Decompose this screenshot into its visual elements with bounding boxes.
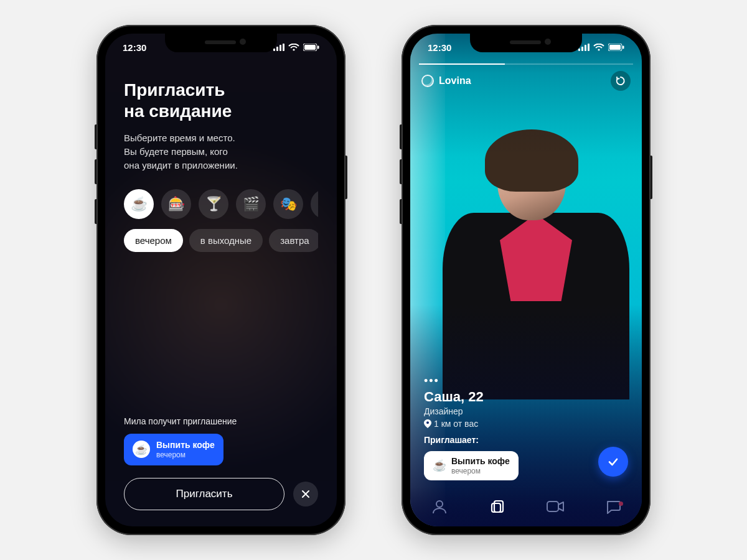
svg-rect-14 [609, 45, 621, 50]
activity-row[interactable]: ☕ 🎰 🍸 🎬 🎭 🎸 [124, 189, 318, 219]
screen-profile: 12:30 Lovina [410, 34, 642, 526]
invites-label: Приглашает: [424, 435, 628, 445]
svg-rect-7 [317, 46, 319, 49]
invite-button[interactable]: Пригласить [124, 478, 284, 510]
arcade-icon: 🎰 [168, 196, 185, 212]
wifi-icon [288, 44, 299, 51]
time-row[interactable]: вечером в выходные завтра [124, 229, 318, 252]
phone-profile: 12:30 Lovina [402, 25, 651, 535]
activity-chip-theatre[interactable]: 🎭 [273, 189, 303, 219]
time-chip-evening[interactable]: вечером [124, 229, 183, 252]
svg-rect-3 [283, 44, 284, 51]
activity-chip-coffee[interactable]: ☕ [124, 189, 154, 219]
profile-invite-title: Выпить кофе [451, 456, 510, 467]
preview-label: Мила получит приглашение [124, 416, 318, 426]
tab-chat[interactable] [594, 499, 632, 514]
invite-panel: Пригласить на свидание Выберите время и … [105, 34, 337, 526]
svg-point-16 [426, 421, 429, 424]
screen-invite: 12:30 Пригласить на свидание Выберите вр… [105, 34, 337, 526]
phone-invite: 12:30 Пригласить на свидание Выберите вр… [96, 25, 345, 535]
svg-rect-8 [578, 49, 580, 51]
tab-profile[interactable] [421, 498, 458, 515]
tab-cards[interactable] [479, 498, 516, 515]
chat-icon [605, 499, 621, 514]
svg-rect-6 [304, 45, 316, 50]
profile-info: ••• Саша, 22 Дизайнер 1 км от вас Пригла… [424, 375, 628, 480]
person-icon [431, 498, 448, 515]
invite-title: Пригласить на свидание [124, 80, 318, 121]
svg-rect-15 [622, 46, 624, 49]
preview-title: Выпить кофе [156, 440, 215, 450]
time-chip-tomorrow[interactable]: завтра [269, 229, 318, 252]
svg-rect-2 [280, 45, 281, 51]
svg-rect-10 [585, 45, 586, 51]
tab-video[interactable] [537, 500, 574, 513]
drinks-icon: 🍸 [205, 196, 222, 212]
svg-point-12 [598, 49, 599, 50]
activity-chip-drinks[interactable]: 🍸 [199, 189, 228, 219]
activity-chip-cinema[interactable]: 🎬 [236, 189, 266, 219]
svg-rect-20 [547, 502, 558, 511]
device-notch [165, 34, 277, 52]
profile-invite-time: вечером [451, 467, 510, 475]
invite-title-line1: Пригласить [124, 80, 225, 100]
profile-distance: 1 км от вас [424, 419, 628, 429]
profile-invite-pill[interactable]: ☕ Выпить кофе вечером [424, 451, 519, 480]
svg-point-4 [293, 49, 294, 50]
time-chip-weekend[interactable]: в выходные [189, 229, 263, 252]
concert-icon: 🎸 [317, 196, 319, 212]
notification-dot-icon [619, 502, 623, 506]
coffee-icon: ☕ [131, 196, 148, 212]
svg-rect-1 [276, 47, 278, 51]
accept-button[interactable] [598, 447, 628, 477]
cinema-icon: 🎬 [243, 196, 260, 212]
status-time: 12:30 [123, 42, 146, 53]
check-icon [607, 455, 619, 468]
profile-name-age: Саша, 22 [424, 389, 628, 405]
battery-icon [303, 44, 319, 51]
brand-name: Lovina [439, 75, 471, 86]
undo-icon [615, 75, 626, 86]
activity-chip-arcade[interactable]: 🎰 [161, 189, 191, 219]
profile-header: Lovina [410, 71, 642, 91]
cards-icon [489, 498, 505, 515]
battery-icon [608, 44, 624, 51]
pin-icon [424, 419, 431, 428]
brand[interactable]: Lovina [421, 75, 471, 87]
close-icon [301, 490, 310, 498]
close-button[interactable] [293, 482, 318, 506]
tab-bar [410, 487, 642, 526]
svg-rect-18 [494, 501, 503, 512]
coffee-cup-icon: ☕ [433, 459, 446, 473]
invite-title-line2: на свидание [124, 101, 232, 121]
brand-ring-icon [421, 75, 434, 87]
profile-job: Дизайнер [424, 406, 628, 416]
status-time: 12:30 [428, 42, 451, 53]
wifi-icon [593, 44, 604, 51]
device-notch [470, 34, 582, 52]
svg-point-17 [436, 501, 443, 507]
preview-time: вечером [156, 450, 215, 459]
coffee-cup-icon: ☕ [133, 441, 150, 458]
theatre-icon: 🎭 [280, 196, 297, 212]
svg-rect-19 [492, 503, 500, 512]
video-icon [546, 500, 565, 513]
svg-rect-9 [581, 47, 583, 51]
invite-subtitle: Выберите время и место. Вы будете первым… [124, 131, 318, 172]
invite-preview-card: ☕ Выпить кофе вечером [124, 434, 223, 465]
more-button[interactable]: ••• [424, 375, 628, 388]
svg-rect-0 [273, 49, 275, 51]
undo-button[interactable] [611, 71, 631, 91]
svg-rect-11 [588, 44, 590, 51]
profile-distance-text: 1 км от вас [434, 419, 478, 429]
activity-chip-concert[interactable]: 🎸 [311, 189, 318, 219]
story-progress[interactable] [419, 63, 633, 65]
